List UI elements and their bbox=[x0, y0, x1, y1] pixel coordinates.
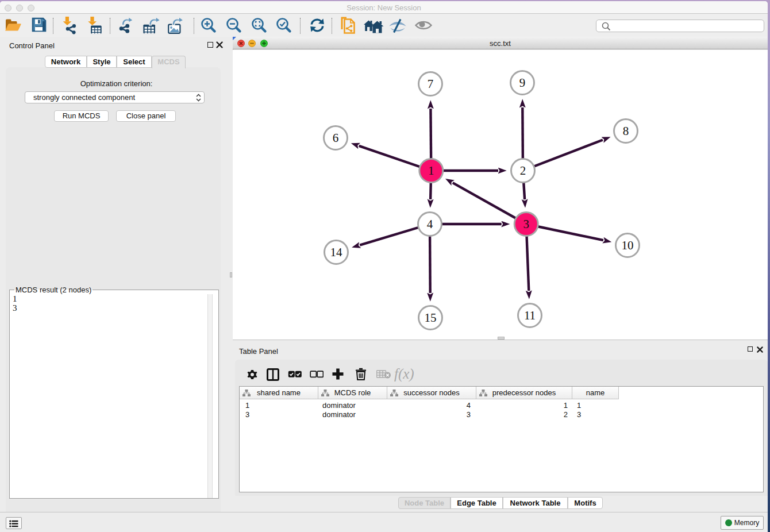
svg-text:1: 1 bbox=[428, 164, 434, 178]
svg-text:2: 2 bbox=[520, 164, 526, 178]
svg-text:15: 15 bbox=[425, 311, 437, 325]
svg-text:7: 7 bbox=[428, 77, 434, 91]
svg-text:8: 8 bbox=[623, 124, 629, 138]
svg-text:6: 6 bbox=[333, 131, 339, 145]
svg-text:9: 9 bbox=[519, 76, 526, 90]
svg-text:11: 11 bbox=[524, 309, 536, 322]
svg-text:4: 4 bbox=[427, 217, 433, 231]
svg-text:10: 10 bbox=[622, 238, 634, 252]
svg-text:14: 14 bbox=[330, 245, 343, 259]
svg-text:3: 3 bbox=[523, 217, 529, 231]
